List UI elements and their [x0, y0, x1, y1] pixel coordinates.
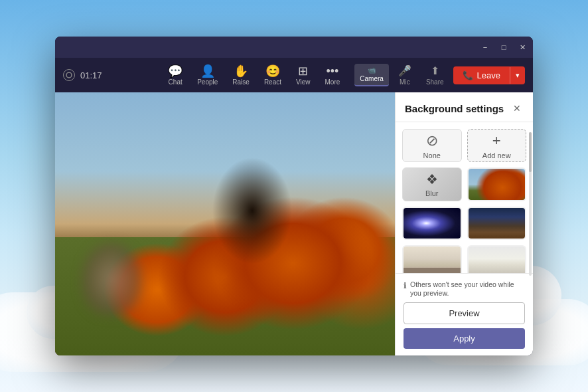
react-label: React [264, 78, 281, 86]
preview-button[interactable]: Preview [404, 302, 525, 324]
toolbar-center: 💬 Chat 👤 People ✋ Raise 😊 React ⊞ View •… [161, 62, 346, 88]
face-blur-overlay [82, 243, 141, 316]
camera-button[interactable]: 📹 Camera [354, 64, 389, 86]
background-option-desert[interactable] [467, 207, 527, 240]
preview-notice-text: Others won't see your video while you pr… [410, 280, 525, 298]
background-option-add[interactable]: + Add new [467, 129, 527, 162]
toolbar-left: 01:17 [63, 69, 102, 81]
desert-thumb [469, 208, 526, 239]
title-bar: − □ ✕ [55, 37, 533, 58]
people-label: People [197, 78, 218, 86]
more-button[interactable]: ••• More [319, 62, 347, 88]
people-icon: 👤 [200, 65, 215, 77]
call-timer: 01:17 [80, 70, 102, 80]
more-label: More [325, 78, 340, 86]
share-label: Share [426, 78, 444, 86]
mic-button[interactable]: 🎤 Mic [393, 62, 417, 88]
share-button[interactable]: ⬆ Share [421, 62, 449, 88]
blur-icon: ❖ [426, 171, 438, 187]
view-button[interactable]: ⊞ View [289, 62, 317, 88]
preview-notice: ℹ Others won't see your video while you … [404, 280, 525, 298]
people-button[interactable]: 👤 People [190, 62, 224, 88]
close-button[interactable]: ✕ [517, 43, 528, 52]
mic-icon: 🎤 [398, 64, 411, 77]
window-controls: − □ ✕ [480, 43, 528, 52]
leave-button[interactable]: 📞 Leave [453, 66, 510, 84]
chat-label: Chat [169, 78, 183, 86]
blur-label: Blur [425, 189, 439, 197]
video-area [55, 92, 395, 355]
panel-scrollbar [529, 132, 532, 276]
camera-label: Camera [360, 75, 384, 82]
more-icon: ••• [326, 65, 338, 77]
none-label: None [423, 151, 441, 159]
minimize-button[interactable]: − [480, 43, 490, 51]
background-settings-panel: Background settings ✕ ⊘ None + Add new [395, 92, 533, 355]
background-option-none[interactable]: ⊘ None [402, 129, 462, 162]
panel-scroll-area[interactable]: ⊘ None + Add new ❖ Blur [396, 122, 533, 273]
phone-icon: 📞 [463, 70, 473, 80]
panel-title: Background settings [405, 103, 504, 114]
video-feed [55, 92, 395, 355]
add-icon: + [492, 132, 501, 149]
raise-button[interactable]: ✋ Raise [226, 62, 256, 88]
none-icon: ⊘ [426, 132, 438, 149]
toolbar-right: 📹 Camera 🎤 Mic ⬆ Share 📞 Leave ▾ [354, 62, 525, 88]
background-option-space[interactable] [402, 207, 462, 240]
view-label: View [296, 78, 311, 86]
view-icon: ⊞ [298, 65, 308, 77]
background-options-grid: ⊘ None + Add new ❖ Blur [402, 129, 526, 273]
content-area: Background settings ✕ ⊘ None + Add new [55, 92, 533, 355]
leave-label: Leave [477, 70, 500, 80]
chat-icon: 💬 [168, 65, 183, 77]
background-option-room1[interactable] [402, 245, 462, 273]
share-icon: ⬆ [431, 64, 439, 77]
chat-button[interactable]: 💬 Chat [161, 62, 189, 88]
mic-label: Mic [400, 78, 410, 86]
status-indicator [63, 69, 75, 81]
background-option-blur[interactable]: ❖ Blur [402, 167, 462, 201]
room1-thumb [404, 246, 461, 273]
panel-close-button[interactable]: ✕ [510, 102, 524, 115]
add-label: Add new [482, 151, 511, 159]
apply-button[interactable]: Apply [404, 328, 525, 349]
info-icon: ℹ [404, 281, 407, 292]
leave-dropdown-button[interactable]: ▾ [510, 67, 525, 84]
panel-header: Background settings ✕ [396, 92, 533, 122]
room2-thumb [469, 246, 526, 273]
background-option-room2[interactable] [467, 245, 527, 273]
react-button[interactable]: 😊 React [257, 62, 288, 88]
camera-icon: 📹 [368, 66, 376, 74]
toolbar: 01:17 💬 Chat 👤 People ✋ Raise 😊 React ⊞ … [55, 58, 533, 92]
react-icon: 😊 [265, 65, 280, 77]
svg-point-0 [66, 72, 72, 78]
leave-button-container: 📞 Leave ▾ [453, 66, 525, 84]
app-window: − □ ✕ 01:17 💬 Chat 👤 People ✋ [55, 37, 533, 355]
raise-label: Raise [232, 78, 250, 86]
maximize-button[interactable]: □ [498, 43, 509, 51]
background-option-pumpkin[interactable] [467, 167, 527, 201]
raise-icon: ✋ [234, 65, 248, 77]
pumpkin-thumb [469, 169, 526, 199]
space-thumb [404, 208, 461, 239]
panel-scrollbar-thumb [529, 132, 532, 172]
panel-footer: ℹ Others won't see your video while you … [396, 273, 533, 355]
